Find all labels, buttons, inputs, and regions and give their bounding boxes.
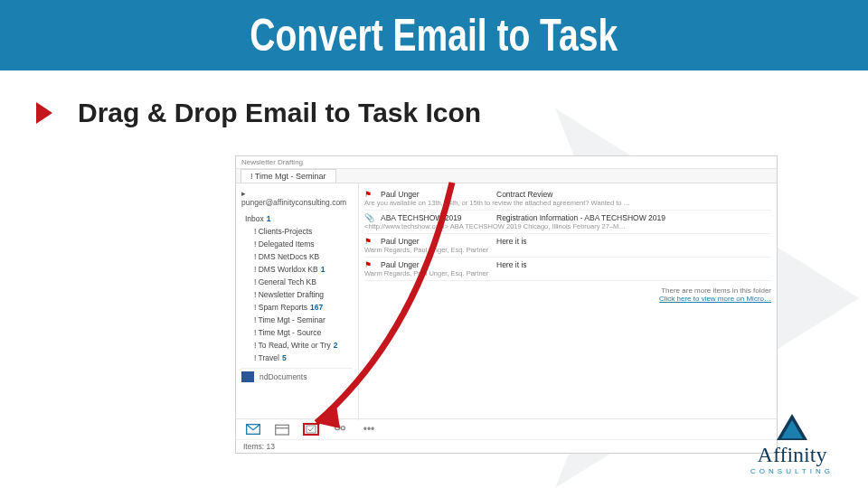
folder-item[interactable]: ! Travel5 [241, 352, 353, 364]
outlook-tab-row: ! Time Mgt - Seminar [236, 169, 777, 183]
folder-item[interactable]: ! Newsletter Drafting [241, 288, 353, 301]
message-subject: Registration Information - ABA TECHSHOW … [496, 213, 771, 222]
folder-item[interactable]: ! Time Mgt - Source [241, 326, 353, 339]
message-preview: Are you available on 13th, 14th, or 15th… [364, 199, 771, 207]
outlook-sidebar: ▸ punger@affinityconsulting.com Inbox1! … [236, 183, 359, 420]
bullet-text: Drag & Drop Email to Task Icon [78, 98, 481, 128]
flag-icon: ⚑ [364, 260, 373, 269]
outlook-footer: ••• Items: 13 [236, 418, 777, 453]
message-from: Paul Unger [381, 237, 489, 246]
folder-item[interactable]: ! Spam Reports167 [241, 301, 353, 314]
outlook-status: Items: 13 [236, 439, 777, 453]
folder-item[interactable]: ! General Tech KB [241, 276, 353, 288]
outlook-attachments-label: ndDocuments [259, 372, 307, 381]
message-subject: Contract Review [496, 190, 771, 199]
logo-triangle-icon [777, 414, 807, 441]
message-row[interactable]: ⚑Paul UngerHere it isWarm Regards, Paul … [364, 258, 771, 281]
message-from: ABA TECHSHOW 2019 [381, 213, 489, 222]
mail-icon[interactable] [245, 423, 261, 436]
message-preview: Warm Regards, Paul Unger, Esq. Partner [364, 269, 771, 277]
folder-item[interactable]: ! To Read, Write or Try2 [241, 339, 353, 352]
svg-rect-4 [307, 426, 316, 433]
svg-point-6 [341, 427, 344, 430]
folder-item[interactable]: ! Delegated Items [241, 238, 353, 250]
flag-icon: ⚑ [364, 237, 373, 246]
outlook-more-text: There are more items in this folder [364, 286, 771, 295]
outlook-screenshot: Newsletter Drafting ! Time Mgt - Seminar… [235, 155, 778, 454]
people-icon[interactable] [332, 423, 348, 436]
message-subject: Here it is [496, 237, 771, 246]
message-from: Paul Unger [381, 190, 489, 199]
folder-item[interactable]: ! DMS NetDocs KB [241, 250, 353, 263]
svg-point-5 [335, 425, 340, 429]
bullet-triangle-icon [36, 102, 52, 124]
slide-body: Drag & Drop Email to Task Icon [0, 70, 868, 128]
folder-item[interactable]: ! Time Mgt - Seminar [241, 314, 353, 326]
message-row[interactable]: ⚑Paul UngerHere it isWarm Regards, Paul … [364, 234, 771, 258]
outlook-main: ▸ punger@affinityconsulting.com Inbox1! … [236, 183, 777, 420]
logo-subtext: CONSULTING [738, 467, 846, 475]
bullet-row: Drag & Drop Email to Task Icon [36, 98, 832, 128]
flag-icon: ⚑ [364, 190, 373, 199]
slide: Convert Email to Task Drag & Drop Email … [0, 0, 868, 488]
svg-rect-2 [276, 425, 289, 435]
logo-word: Affinity [738, 443, 846, 467]
message-from: Paul Unger [381, 260, 489, 269]
tasks-icon[interactable] [303, 423, 319, 436]
message-preview: Warm Regards, Paul Unger, Esq. Partner [364, 246, 771, 254]
nd-icon [241, 371, 254, 382]
message-row[interactable]: ⚑Paul UngerContract ReviewAre you availa… [364, 187, 771, 211]
outlook-active-tab[interactable]: ! Time Mgt - Seminar [241, 169, 336, 183]
folder-item[interactable]: ! Clients-Projects [241, 225, 353, 238]
outlook-more: There are more items in this folder Clic… [364, 286, 771, 303]
message-preview: <http://www.techshow.com> ABA TECHSHOW 2… [364, 222, 771, 230]
folder-item[interactable]: ! DMS Worldox KB1 [241, 263, 353, 276]
outlook-message-list: ⚑Paul UngerContract ReviewAre you availa… [359, 183, 777, 420]
folder-item[interactable]: Inbox1 [241, 212, 353, 225]
outlook-nav-icons: ••• [236, 419, 777, 439]
outlook-account[interactable]: ▸ punger@affinityconsulting.com [241, 189, 353, 207]
title-bar: Convert Email to Task [0, 0, 868, 70]
outlook-more-link[interactable]: Click here to view more on Micro… [659, 295, 771, 303]
outlook-top-label: Newsletter Drafting [236, 156, 777, 169]
flag-icon: 📎 [364, 213, 373, 222]
outlook-attachments-row[interactable]: ndDocuments [241, 368, 353, 382]
message-row[interactable]: 📎ABA TECHSHOW 2019Registration Informati… [364, 211, 771, 234]
calendar-icon[interactable] [274, 423, 290, 436]
message-subject: Here it is [496, 260, 771, 269]
more-icon[interactable]: ••• [361, 423, 377, 436]
affinity-logo: Affinity CONSULTING [738, 414, 846, 475]
slide-title: Convert Email to Task [250, 9, 618, 61]
